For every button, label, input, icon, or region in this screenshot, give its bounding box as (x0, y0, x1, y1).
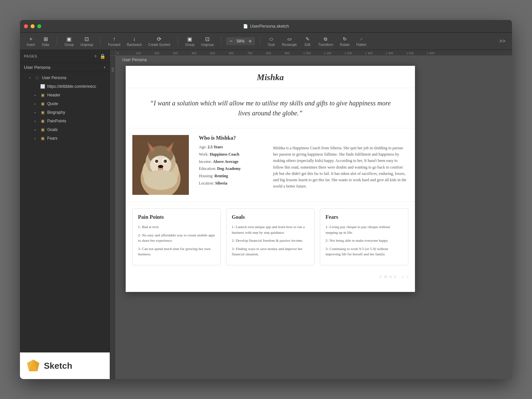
separator-2 (100, 37, 101, 46)
pain-point-3: 3- Can not spend much time for growing h… (138, 246, 215, 257)
zoom-plus-button[interactable]: + (248, 38, 252, 44)
flatten-icon: ⟋ (357, 36, 365, 42)
rectangle-icon: ▭ (285, 36, 293, 42)
persona-photo (132, 135, 189, 195)
location-label: Location: (199, 181, 214, 186)
forward-icon: ↑ (110, 36, 118, 42)
rotate-icon: ↻ (341, 36, 349, 42)
rectangle-button[interactable]: ▭ Rectangle (279, 34, 300, 48)
quote-text: “I want a solution which will allow me t… (146, 98, 395, 118)
canvas-scroll[interactable]: Mishka “I want a solution which will all… (116, 56, 512, 379)
fear-2: 2- Not being able to make everyone happy… (326, 238, 403, 243)
biography-section: Who is Mishka? Age: 2.5 Years Work: Happ… (126, 128, 415, 202)
more-button[interactable]: >> (496, 37, 508, 46)
group-folder-icon-fears: ▣ (40, 136, 45, 141)
fears-card: Fears 1- Living pay cheque to pay cheque… (320, 208, 408, 265)
layer-label: User Persona (42, 75, 66, 80)
close-button[interactable] (24, 24, 28, 28)
maximize-button[interactable] (37, 24, 41, 28)
minimize-button[interactable] (31, 24, 35, 28)
page-dropdown[interactable]: User Persona ▾ (20, 63, 109, 72)
backward-button[interactable]: ↓ Backward (124, 34, 144, 48)
bio-education: Education: Dog Academy (199, 166, 266, 172)
cards-section: Pain Points 1- Bad at tech. 2- No easy a… (126, 202, 415, 272)
layer-item-biography[interactable]: ▸ ▣ Biography (20, 108, 109, 117)
group-icon: ▣ (65, 36, 73, 42)
zoom-minus-button[interactable]: − (229, 38, 233, 44)
toolbar-group-ungroup: ▣ Group ⊡ Ungroup (62, 34, 96, 48)
flatten-label: Flatten (356, 43, 366, 47)
layer-item-goals[interactable]: ▸ ▣ Goals (20, 125, 109, 134)
education-label: Education: (199, 166, 216, 171)
transform-button[interactable]: ⧉ Transform (316, 34, 336, 48)
group2-button[interactable]: ▣ Group (183, 34, 197, 48)
layer-label-painpoints: PainPoints (47, 119, 66, 123)
insert-button[interactable]: ＋ Insert (24, 34, 38, 48)
sidebar: PAGES + 🔒 User Persona ▾ ▾ □ User Person… (20, 50, 110, 379)
add-page-button[interactable]: + (94, 53, 97, 59)
ruler-top: 0 100 200 300 400 500 600 700 800 900 1 … (116, 50, 512, 56)
data-button[interactable]: ⊞ Data (39, 34, 52, 48)
toolbar-shapes: ⬭ Oval ▭ Rectangle ✎ Edit ⧉ Transform ↻ … (265, 34, 369, 48)
triangle-icon: ▸ (35, 120, 38, 123)
goal-2: 2- Develop financial freedom & passive i… (232, 238, 309, 243)
create-symbol-icon: ⟳ (155, 36, 163, 42)
lock-icon: 🔒 (100, 54, 105, 59)
layer-item-painpoints[interactable]: ▸ ▣ PainPoints (20, 117, 109, 125)
traffic-lights (24, 24, 41, 28)
layer-label-fears: Fears (47, 136, 58, 141)
flatten-button[interactable]: ⟋ Flatten (353, 34, 369, 48)
triangle-icon: ▸ (35, 111, 38, 114)
data-icon: ⊞ (42, 36, 50, 42)
rotate-button[interactable]: ↻ Rotate (337, 34, 352, 48)
layer-label-dribbble: https://dribbble.com/emrecc (47, 84, 96, 89)
edit-label: Edit (305, 43, 310, 47)
group-label: Group (65, 43, 74, 47)
layer-item-fears[interactable]: ▸ ▣ Fears (20, 134, 109, 143)
transform-icon: ⧉ (322, 36, 330, 42)
layer-label-quote: Quote (47, 101, 58, 106)
toolbar: ＋ Insert ⊞ Data ▣ Group ⊡ Ungroup ↑ Forw… (20, 33, 512, 50)
ungroup2-button[interactable]: ⊡ Ungroup (199, 34, 216, 48)
watermark: E M R E . C C (126, 272, 415, 283)
oval-button[interactable]: ⬭ Oval (265, 34, 278, 48)
forward-button[interactable]: ↑ Forward (105, 34, 123, 48)
window-title-container: 📄 UserPersona.sketch (243, 24, 289, 29)
layer-item-quote[interactable]: ▸ ▣ Quote (20, 99, 109, 108)
ungroup-button[interactable]: ⊡ Ungroup (78, 34, 96, 48)
goals-card: Goals 1- Launch own unique app and learn… (226, 208, 315, 265)
layer-item-user-persona[interactable]: ▾ □ User Persona (20, 73, 109, 82)
goal-3: 3- Finding ways to save money and improv… (232, 246, 309, 257)
canvas-area[interactable]: 0 100 200 300 400 500 600 700 800 900 1 … (110, 50, 512, 379)
who-title: Who is Mishka? (199, 135, 266, 141)
persona-name: Mishka (126, 66, 415, 88)
separator-3 (178, 37, 178, 46)
sketch-name: Sketch (44, 361, 72, 371)
triangle-icon: ▸ (35, 128, 38, 131)
group2-icon: ▣ (186, 36, 194, 42)
rotate-label: Rotate (340, 43, 349, 47)
layer-item-dribbble[interactable]: ▸ ⬜ https://dribbble.com/emrecc (20, 82, 109, 91)
triangle-icon: ▸ (35, 94, 38, 97)
income-label: Income: (199, 159, 212, 164)
group-folder-icon-bio: ▣ (40, 110, 45, 115)
ruler-left: 100 200 300 400 500 600 700 800 900 1 00… (110, 56, 116, 379)
create-symbol-button[interactable]: ⟳ Create Symbol (146, 34, 173, 48)
oval-label: Oval (268, 43, 275, 47)
layer-label-goals: Goals (47, 127, 58, 132)
sketch-branding: Sketch (20, 352, 110, 379)
ruler-corner (110, 50, 116, 56)
edit-button[interactable]: ✎ Edit (301, 34, 314, 48)
app-window: 📄 UserPersona.sketch ＋ Insert ⊞ Data ▣ G… (20, 20, 512, 379)
svg-marker-3 (27, 360, 39, 371)
layer-item-header[interactable]: ▸ ▣ Header (20, 91, 109, 99)
breadcrumb-label: User Persona (122, 58, 147, 62)
chevron-down-icon: ▾ (104, 66, 105, 69)
group-button[interactable]: ▣ Group (62, 34, 76, 48)
toolbar-arrange: ↑ Forward ↓ Backward ⟳ Create Symbol (105, 34, 173, 48)
forward-label: Forward (108, 43, 120, 47)
layer-label-header: Header (47, 93, 60, 97)
pain-points-title: Pain Points (138, 214, 215, 220)
rectangle-label: Rectangle (282, 43, 297, 47)
insert-icon: ＋ (27, 36, 35, 42)
